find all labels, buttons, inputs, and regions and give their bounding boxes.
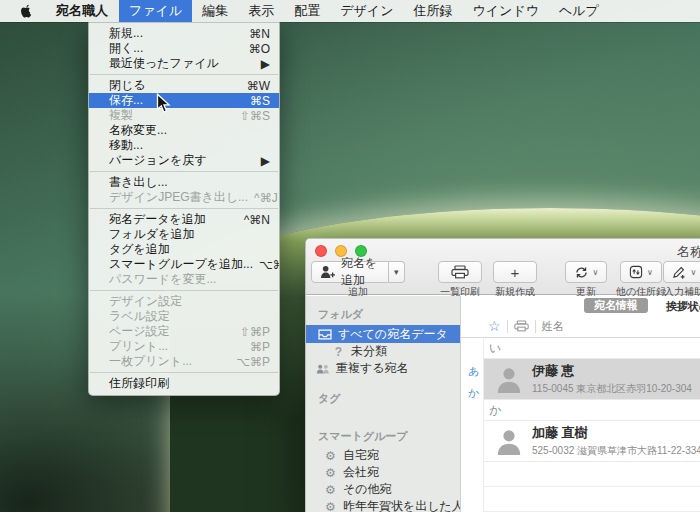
file-menu-dropdown: 新規...⌘N 開く...⌘O 最近使ったファイル▶ 閉じる⌘W 保存...⌘S…: [88, 22, 280, 396]
sidebar-item-label: その他宛: [343, 481, 392, 498]
shortcut: ^⌘N: [238, 213, 270, 227]
menu-item-view[interactable]: 表示: [238, 0, 284, 22]
input-assist-button[interactable]: ∨: [663, 261, 700, 283]
star-icon[interactable]: ☆: [488, 318, 501, 334]
mouse-cursor: [156, 93, 171, 114]
menu-item-design[interactable]: デザイン: [330, 0, 403, 22]
shortcut: ^⌘J: [248, 191, 278, 205]
add-address-dropdown-button[interactable]: ▾: [389, 261, 405, 283]
sidebar-item-home-addresses[interactable]: ⚙自宅宛: [306, 447, 460, 464]
contact-address: 525-0032 滋賀県草津市大路11-22-334: [532, 444, 700, 458]
menu-item-addressbook[interactable]: 住所録: [403, 0, 462, 22]
contact-row-kato[interactable]: 加藤 直樹 525-0032 滋賀県草津市大路11-22-334: [484, 421, 700, 462]
menu-item-add-folder[interactable]: フォルダを追加: [89, 227, 279, 242]
empty-row: [484, 462, 700, 487]
gear-icon: ⚙: [323, 483, 338, 497]
section-header-i: い: [484, 338, 700, 359]
gear-icon: ⚙: [323, 449, 338, 463]
refresh-button[interactable]: ∨: [565, 261, 607, 283]
tab-address-info[interactable]: 宛名情報: [584, 298, 648, 313]
sidebar-item-label: 会社宛: [343, 464, 379, 481]
apple-icon: [19, 4, 33, 19]
menu-item-export[interactable]: 書き出し...: [89, 175, 279, 190]
menu-item-single-print: 一枚プリント...⌥⌘P: [89, 354, 279, 369]
sidebar-item-uncategorized[interactable]: ? 未分類: [306, 343, 460, 360]
refresh-icon: [574, 266, 589, 279]
index-strip: あ か: [461, 338, 484, 512]
toolbar: 宛名を追加 ▾ 追加 一覧印刷 + 新規作成: [306, 259, 700, 295]
menu-item-rename[interactable]: 名称変更...: [89, 123, 279, 138]
sidebar-item-duplicates[interactable]: 重複する宛名: [306, 360, 460, 377]
sidebar-section-tags: タグ: [306, 385, 460, 409]
new-button[interactable]: +: [493, 261, 537, 283]
input-assist-group: ∨ 入力補助: [659, 261, 700, 299]
new-group: + 新規作成: [491, 261, 539, 299]
menu-item-add-tag[interactable]: タグを追加: [89, 242, 279, 257]
menu-item-file[interactable]: ファイル: [119, 0, 192, 22]
menu-item-revert-version[interactable]: バージョンを戻す▶: [89, 153, 279, 168]
menu-item-label-settings: ラベル設定: [89, 309, 279, 324]
add-address-button[interactable]: 宛名を追加: [311, 261, 389, 283]
shortcut: ⇧⌘P: [234, 325, 270, 339]
submenu-arrow-icon: ▶: [255, 154, 270, 168]
section-header-ka: か: [484, 400, 700, 421]
menu-app-name[interactable]: 宛名職人: [45, 0, 119, 22]
sidebar-section-smart-groups: スマートグループ: [306, 423, 460, 447]
menu-item-recent-files[interactable]: 最近使ったファイル▶: [89, 56, 279, 71]
printer-small-icon[interactable]: [514, 320, 529, 332]
add-address-label: 宛名を追加: [341, 255, 380, 289]
chevron-down-icon: ∨: [647, 268, 653, 277]
sidebar-item-sent-nengajo[interactable]: ⚙昨年年賀状を出した人: [306, 498, 460, 512]
avatar: [495, 427, 523, 455]
tab-greeting-card[interactable]: 挨拶状の作成: [666, 299, 700, 314]
other-address-books-button[interactable]: ∨: [620, 261, 662, 283]
sidebar-item-label: 自宅宛: [343, 447, 379, 464]
contact-list-pane: 宛名情報 挨拶状の作成 ☆ 姓名 あ か い: [461, 296, 700, 512]
menu-item-move[interactable]: 移動...: [89, 138, 279, 153]
menu-item-change-password: パスワードを変更...: [89, 272, 279, 287]
people-icon: [316, 364, 331, 374]
gear-icon: ⚙: [323, 466, 338, 480]
contact-name: 加藤 直樹: [532, 424, 700, 442]
avatar: [495, 365, 523, 393]
menu-item-arrange[interactable]: 配置: [284, 0, 330, 22]
menu-item-open[interactable]: 開く...⌘O: [89, 41, 279, 56]
printer-icon: [451, 265, 469, 279]
menu-item-new[interactable]: 新規...⌘N: [89, 26, 279, 41]
contact-row-ito[interactable]: 伊藤 恵 115-0045 東京都北区赤羽10-20-304: [484, 359, 700, 400]
sidebar-item-all-address-data[interactable]: すべての宛名データ: [306, 325, 460, 343]
menu-item-export-design-jpeg: デザインJPEG書き出し...^⌘J: [89, 190, 279, 205]
sidebar-item-company-addresses[interactable]: ⚙会社宛: [306, 464, 460, 481]
empty-row: [484, 487, 700, 512]
address-book-window: 名称未設定 宛名を追加 ▾ 追加: [305, 238, 700, 512]
sidebar-item-label: すべての宛名データ: [338, 326, 448, 343]
tab-band: 宛名情報 挨拶状の作成: [461, 296, 700, 315]
apple-menu[interactable]: [0, 0, 45, 22]
add-address-group: 宛名を追加 ▾ 追加: [311, 261, 405, 299]
menu-item-save[interactable]: 保存...⌘S: [89, 93, 279, 108]
shortcut: ⌘W: [241, 79, 270, 93]
shortcut: ⌘O: [243, 42, 270, 56]
contact-address: 115-0045 東京都北区赤羽10-20-304: [532, 382, 692, 396]
name-column-header[interactable]: 姓名: [542, 319, 564, 334]
person-add-icon: [320, 265, 336, 279]
contact-name: 伊藤 恵: [532, 362, 692, 380]
menu-separator: [90, 208, 278, 209]
list-print-button[interactable]: [438, 261, 482, 283]
chevron-down-icon: ∨: [691, 268, 697, 277]
menu-item-edit[interactable]: 編集: [192, 0, 238, 22]
menu-item-add-address-data[interactable]: 宛名データを追加^⌘N: [89, 212, 279, 227]
menu-item-help[interactable]: ヘルプ: [549, 0, 609, 22]
index-letter-ka[interactable]: か: [468, 386, 479, 401]
menu-item-close[interactable]: 閉じる⌘W: [89, 78, 279, 93]
window-body: フォルダ すべての宛名データ ? 未分類 重複する宛名 タグ スマートグループ …: [306, 296, 700, 512]
index-letter-a[interactable]: あ: [468, 364, 479, 379]
close-window-button[interactable]: [315, 245, 327, 257]
menu-item-window[interactable]: ウインドウ: [462, 0, 549, 22]
menu-item-duplicate: 複製⇧⌘S: [89, 108, 279, 123]
window-titlebar[interactable]: 名称未設定 宛名を追加 ▾ 追加: [306, 239, 700, 295]
sidebar-item-other-addresses[interactable]: ⚙その他宛: [306, 481, 460, 498]
menu-item-print-address-book[interactable]: 住所録印刷: [89, 376, 279, 391]
menu-item-add-smart-group[interactable]: スマートグループを追加...⌥⌘N: [89, 257, 279, 272]
shortcut: ⌥⌘N: [253, 258, 279, 272]
